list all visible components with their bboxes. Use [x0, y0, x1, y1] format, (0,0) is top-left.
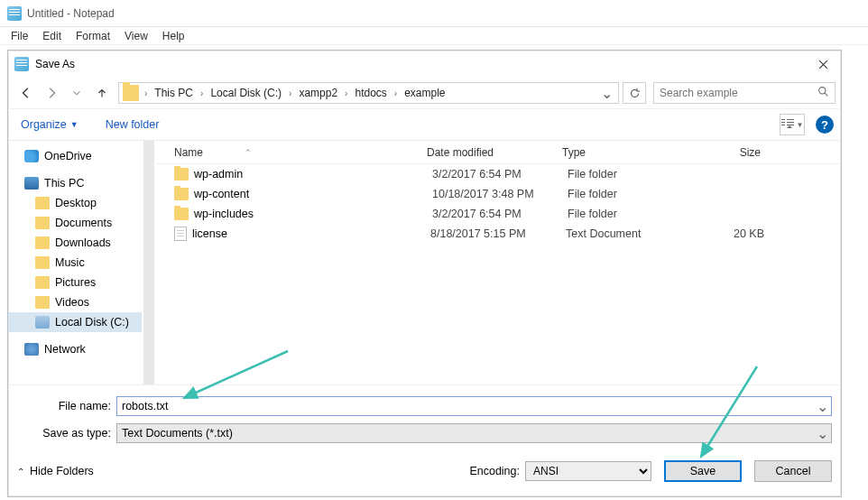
col-date[interactable]: Date modified	[427, 146, 562, 159]
save-button[interactable]: Save	[664, 460, 742, 482]
dialog-icon	[14, 57, 29, 71]
breadcrumb-example[interactable]: example	[399, 87, 450, 99]
file-type: File folder	[568, 168, 703, 181]
chevron-right-icon[interactable]: ›	[287, 88, 293, 98]
filename-field-wrap[interactable]: ⌄	[116, 396, 832, 416]
sidebar-item-documents[interactable]: Documents	[8, 213, 142, 233]
nav-sidebar[interactable]: OneDriveThis PCDesktopDocumentsDownloads…	[8, 141, 142, 384]
file-date: 3/2/2017 6:54 PM	[432, 168, 568, 181]
chevron-right-icon[interactable]: ›	[392, 88, 399, 98]
file-row[interactable]: license8/18/2017 5:15 PMText Document20 …	[156, 224, 841, 244]
file-list: Name⌃ Date modified Type Size wp-admin3/…	[156, 141, 841, 384]
file-row[interactable]: wp-includes3/2/2017 6:54 PMFile folder	[156, 204, 841, 224]
chevron-down-icon[interactable]: ⌄	[596, 85, 618, 102]
cancel-button[interactable]: Cancel	[754, 460, 832, 482]
organize-menu[interactable]: Organize ▼	[15, 115, 84, 134]
col-name[interactable]: Name⌃	[156, 146, 427, 159]
main-area: OneDriveThis PCDesktopDocumentsDownloads…	[8, 141, 841, 384]
file-size: 20 KB	[701, 227, 773, 240]
tree-item-label: Music	[55, 256, 85, 269]
breadcrumb-xampp2[interactable]: xampp2	[293, 87, 343, 99]
col-type[interactable]: Type	[562, 146, 697, 159]
breadcrumb-thispc[interactable]: This PC	[149, 87, 199, 99]
sidebar-item-desktop[interactable]: Desktop	[8, 193, 142, 213]
file-row[interactable]: wp-admin3/2/2017 6:54 PMFile folder	[156, 164, 841, 184]
save-as-dialog: Save As › This PC › Local Disk (C:) › xa…	[7, 50, 842, 497]
file-date: 8/18/2017 5:15 PM	[430, 227, 566, 240]
col-size[interactable]: Size	[697, 146, 770, 159]
sidebar-item-pictures[interactable]: Pictures	[8, 273, 142, 292]
recent-locations-button[interactable]	[64, 80, 89, 106]
encoding-select[interactable]: ANSI	[525, 461, 651, 481]
tree-item-icon	[35, 197, 50, 209]
sidebar-item-videos[interactable]: Videos	[8, 292, 142, 312]
new-folder-button[interactable]: New folder	[100, 115, 165, 134]
file-date: 10/18/2017 3:48 PM	[432, 188, 568, 200]
chevron-down-icon[interactable]: ⌄	[813, 425, 831, 442]
svg-rect-2	[781, 122, 785, 123]
sidebar-item-this-pc[interactable]: This PC	[8, 173, 142, 193]
tree-item-label: OneDrive	[44, 150, 92, 162]
file-row[interactable]: wp-content10/18/2017 3:48 PMFile folder	[156, 184, 841, 204]
filename-label: File name:	[17, 400, 116, 412]
view-icon	[781, 119, 794, 130]
help-button[interactable]: ?	[816, 116, 834, 134]
menu-edit[interactable]: Edit	[35, 28, 69, 44]
svg-point-0	[819, 88, 826, 94]
toolbar: Organize ▼ New folder ▼ ?	[8, 108, 841, 141]
hide-folders-toggle[interactable]: ⌃ Hide Folders	[17, 465, 94, 477]
sidebar-item-local-disk-c-[interactable]: Local Disk (C:)	[8, 312, 142, 332]
menu-file[interactable]: File	[4, 28, 35, 44]
forward-button[interactable]	[39, 80, 64, 106]
back-button[interactable]	[14, 80, 39, 106]
file-name: license	[192, 227, 430, 240]
tree-item-label: Downloads	[55, 236, 111, 249]
svg-rect-4	[787, 119, 794, 120]
splitter[interactable]	[142, 141, 156, 384]
file-type: File folder	[568, 208, 703, 220]
savetype-field[interactable]: Text Documents (*.txt) ⌄	[116, 423, 832, 443]
tree-item-icon	[35, 316, 50, 329]
close-button[interactable]	[805, 51, 841, 78]
sidebar-item-music[interactable]: Music	[8, 253, 142, 273]
tree-item-icon	[35, 217, 50, 229]
filename-input[interactable]	[117, 397, 813, 415]
tree-item-label: Videos	[55, 296, 89, 309]
tree-item-icon	[24, 150, 39, 162]
menu-help[interactable]: Help	[155, 28, 192, 44]
column-headers: Name⌃ Date modified Type Size	[156, 141, 841, 164]
chevron-right-icon[interactable]: ›	[199, 88, 205, 98]
breadcrumb-htdocs[interactable]: htdocs	[349, 87, 392, 99]
menu-format[interactable]: Format	[69, 28, 117, 44]
view-options-button[interactable]: ▼	[780, 114, 805, 135]
file-name: wp-content	[194, 188, 432, 200]
tree-item-label: Documents	[55, 217, 112, 229]
refresh-button[interactable]	[623, 82, 646, 104]
chevron-right-icon[interactable]: ›	[343, 88, 349, 98]
sidebar-item-downloads[interactable]: Downloads	[8, 233, 142, 253]
tree-item-icon	[35, 296, 50, 309]
tree-item-label: This PC	[44, 177, 84, 190]
search-input[interactable]	[660, 87, 817, 99]
file-name: wp-admin	[194, 168, 432, 181]
tree-item-label: Desktop	[55, 197, 97, 209]
sidebar-item-onedrive[interactable]: OneDrive	[8, 146, 142, 166]
svg-rect-6	[787, 125, 794, 125]
breadcrumb-drive[interactable]: Local Disk (C:)	[205, 87, 287, 99]
search-box[interactable]	[653, 82, 836, 104]
address-bar[interactable]: › This PC › Local Disk (C:) › xampp2 › h…	[118, 82, 619, 104]
button-row: ⌃ Hide Folders Encoding: ANSI Save Cance…	[8, 449, 841, 494]
encoding-label: Encoding:	[469, 465, 520, 477]
chevron-right-icon[interactable]: ›	[143, 88, 149, 98]
sidebar-item-network[interactable]: Network	[8, 339, 142, 359]
chevron-down-icon[interactable]: ⌄	[813, 398, 831, 415]
menu-view[interactable]: View	[117, 28, 155, 44]
savetype-label: Save as type:	[17, 427, 116, 440]
notepad-title-text: Untitled - Notepad	[27, 7, 115, 20]
file-date: 3/2/2017 6:54 PM	[432, 208, 568, 220]
svg-rect-3	[781, 125, 785, 125]
file-type: Text Document	[566, 227, 701, 240]
tree-item-icon	[24, 177, 39, 190]
dialog-title: Save As	[35, 58, 805, 70]
up-button[interactable]	[89, 80, 115, 106]
